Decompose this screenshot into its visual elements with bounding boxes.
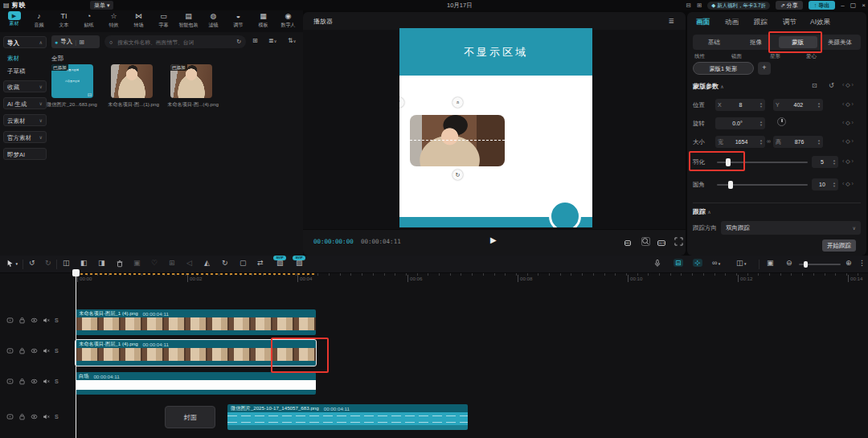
track-collapse-icon[interactable] xyxy=(6,317,14,324)
link-icon[interactable]: ∞ xyxy=(767,138,771,144)
zoom-in-icon[interactable]: ⊕ xyxy=(845,259,852,267)
tab-smart-pack[interactable]: ▤智能包装 xyxy=(176,11,201,31)
crop-icon[interactable]: ▢ xyxy=(240,259,247,267)
kebab-menu-icon[interactable]: ⋮ xyxy=(858,259,866,267)
preview-axis-dropdown-icon[interactable]: ◫ ▾ xyxy=(736,259,746,267)
position-y-field[interactable]: Y402 xyxy=(773,99,823,111)
mute-icon[interactable] xyxy=(43,378,50,385)
solo-toggle[interactable]: S xyxy=(55,348,59,354)
preview-zoom-icon[interactable] xyxy=(641,237,650,246)
keyframe-icon[interactable]: ◇ xyxy=(842,101,854,108)
keyframe-icon[interactable]: ◇ xyxy=(842,82,854,88)
collapse-icon[interactable]: ∧ xyxy=(720,84,723,89)
playhead[interactable] xyxy=(76,271,76,438)
refresh-icon[interactable]: ↻ xyxy=(236,39,241,45)
tab-transition[interactable]: ⋈转场 xyxy=(126,11,151,31)
rotate-knob[interactable] xyxy=(777,117,786,126)
sidebar-item-favorites[interactable]: 收藏∨ xyxy=(3,80,47,92)
keyframe-icon[interactable]: ◇ xyxy=(842,158,854,165)
main-track-magnet-toggle[interactable]: ⊟ xyxy=(674,259,683,267)
solo-toggle[interactable]: S xyxy=(55,414,59,420)
mask-tool-icon[interactable]: ♡ xyxy=(151,259,158,267)
tracking-direction-dropdown[interactable]: 双向跟踪∨ xyxy=(721,221,861,235)
rotate-field[interactable]: 0.0° xyxy=(715,117,765,129)
add-mask-button[interactable]: + xyxy=(758,62,771,75)
stepper[interactable] xyxy=(817,139,821,145)
redo-icon[interactable]: ↻ xyxy=(45,259,51,267)
mask-instance-pill[interactable]: 蒙版1 矩形 xyxy=(693,62,754,75)
tab-tracking[interactable]: 跟踪 xyxy=(754,18,768,27)
zoom-out-icon[interactable]: ⊖ xyxy=(786,259,792,267)
tab-media[interactable]: ▶素材 xyxy=(2,11,27,31)
window-minimize-button[interactable]: – xyxy=(841,0,844,10)
position-x-field[interactable]: X8 xyxy=(715,99,765,111)
tab-text[interactable]: TI文本 xyxy=(51,11,76,31)
delete-icon[interactable] xyxy=(116,259,124,268)
reverse-icon[interactable]: ◁ xyxy=(186,259,192,267)
view-grid-icon[interactable]: ⊞ xyxy=(252,37,258,44)
track-collapse-icon[interactable] xyxy=(6,413,14,420)
tab-picture[interactable]: 画面 xyxy=(696,18,710,27)
corner-slider[interactable] xyxy=(717,184,808,186)
group-icon[interactable]: ⊞ xyxy=(169,259,175,267)
corner-slider-thumb[interactable] xyxy=(728,181,733,189)
window-close-button[interactable]: × xyxy=(862,0,866,10)
clip-white-field[interactable]: 白场00:00:04:11 xyxy=(76,372,316,395)
solo-toggle[interactable]: S xyxy=(55,379,59,384)
window-maximize-button[interactable]: ▢ xyxy=(850,0,857,10)
feather-handle-icon[interactable]: » xyxy=(452,97,463,108)
eye-icon[interactable] xyxy=(31,317,38,324)
tab-sticker[interactable]: ◔贴纸 xyxy=(76,11,101,31)
track-collapse-icon[interactable] xyxy=(6,378,14,385)
mute-icon[interactable] xyxy=(43,317,50,324)
sidebar-item-subdraft[interactable]: 子草稿 xyxy=(3,68,47,76)
auto-snap-toggle[interactable]: ⊹ xyxy=(693,259,702,267)
apply-all-icon[interactable]: ⊡ xyxy=(812,82,817,89)
lock-icon[interactable] xyxy=(18,378,26,385)
fullscreen-icon[interactable] xyxy=(674,237,683,246)
sidebar-item-import[interactable]: 导入∧ xyxy=(3,36,47,48)
cover-button[interactable]: 封面 xyxy=(165,406,215,428)
corner-radius-handle-icon[interactable]: ◜ xyxy=(399,97,404,108)
ratio-icon[interactable]: 16:9 xyxy=(657,239,665,247)
stepper[interactable] xyxy=(760,102,763,108)
search-input[interactable] xyxy=(116,39,233,46)
tab-filters[interactable]: ◍滤镜 xyxy=(201,11,226,31)
timeline-zoom-thumb[interactable] xyxy=(804,261,808,268)
sidebar-item-cloud[interactable]: 云素材∨ xyxy=(3,114,47,126)
media-item-3[interactable]: 已添加 xyxy=(170,64,212,98)
rotate-handle-icon[interactable]: ↻ xyxy=(452,170,463,180)
split-icon[interactable]: ◫ xyxy=(63,259,70,267)
sidebar-item-material[interactable]: 素材 xyxy=(3,55,47,63)
timeline-view-icon[interactable]: ▣ xyxy=(767,259,774,267)
lock-icon[interactable] xyxy=(18,413,26,420)
stepper[interactable] xyxy=(760,139,763,145)
mask-shape-heart[interactable]: 爱心 xyxy=(806,53,817,60)
tab-captions[interactable]: ▭字幕 xyxy=(151,11,176,31)
media-item-2[interactable] xyxy=(111,64,153,98)
tab-adjustment[interactable]: 调节 xyxy=(783,18,796,27)
stepper[interactable] xyxy=(833,182,836,188)
size-width-field[interactable]: 宽1654 xyxy=(715,136,765,148)
timeline-zoom-slider[interactable] xyxy=(799,264,841,265)
track-collapse-icon[interactable] xyxy=(6,347,14,354)
eye-icon[interactable] xyxy=(31,378,38,385)
keyframe-icon[interactable]: ◇ xyxy=(842,120,854,126)
timeline-ruler[interactable]: 00:00 00:02 00:04 00:06 00:08 00:10 00:1… xyxy=(0,273,868,284)
tab-templates[interactable]: ▦模板 xyxy=(251,11,276,31)
eye-icon[interactable] xyxy=(31,413,38,420)
sidebar-item-ai-generate[interactable]: AI 生成∨ xyxy=(3,97,47,109)
undo-icon[interactable]: ↺ xyxy=(29,259,35,267)
keyframe-icon[interactable]: ◇ xyxy=(842,181,854,187)
stepper[interactable] xyxy=(760,121,763,127)
promo-badge[interactable]: ◆ 新人福利，年卡3.7折 xyxy=(707,2,770,10)
masked-image[interactable] xyxy=(410,115,505,166)
tab-adjust[interactable]: ◒调节 xyxy=(226,11,251,31)
record-voiceover-icon[interactable] xyxy=(653,259,661,268)
filter-icon[interactable]: ⇅∨ xyxy=(288,37,296,44)
lock-icon[interactable] xyxy=(18,347,26,354)
tab-audio[interactable]: ♪音频 xyxy=(27,11,51,31)
sidebar-item-official[interactable]: 官方素材∨ xyxy=(3,131,47,143)
start-tracking-button[interactable]: 开始跟踪 xyxy=(822,239,856,252)
trim-left-icon[interactable]: ◧ xyxy=(80,259,88,267)
